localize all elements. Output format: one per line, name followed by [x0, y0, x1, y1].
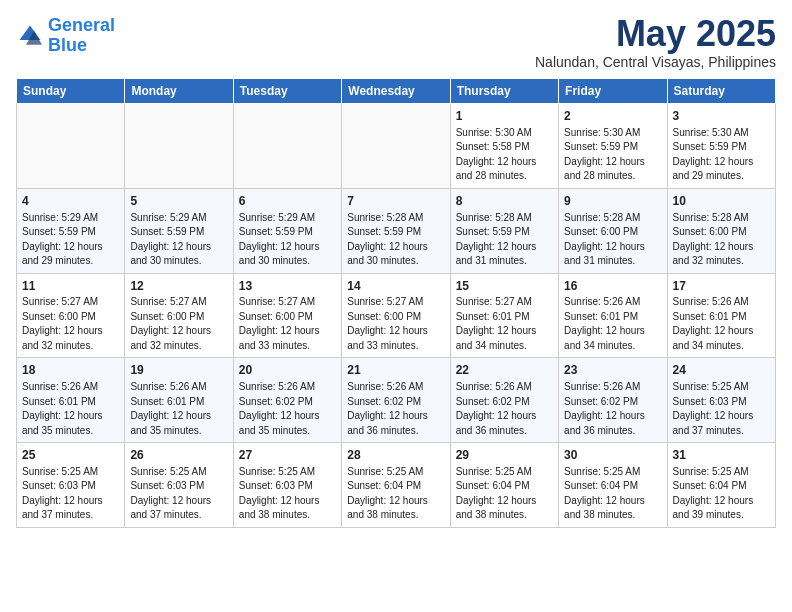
- cell-content: Sunrise: 5:27 AM Sunset: 6:00 PM Dayligh…: [347, 295, 444, 353]
- weekday-header-sunday: Sunday: [17, 79, 125, 104]
- calendar-cell: 28Sunrise: 5:25 AM Sunset: 6:04 PM Dayli…: [342, 443, 450, 528]
- logo-text: General Blue: [48, 16, 115, 56]
- calendar-cell: 7Sunrise: 5:28 AM Sunset: 5:59 PM Daylig…: [342, 188, 450, 273]
- calendar-cell: 30Sunrise: 5:25 AM Sunset: 6:04 PM Dayli…: [559, 443, 667, 528]
- day-number: 21: [347, 362, 444, 379]
- header: General Blue May 2025 Nalundan, Central …: [16, 16, 776, 70]
- cell-content: Sunrise: 5:26 AM Sunset: 6:02 PM Dayligh…: [456, 380, 553, 438]
- day-number: 13: [239, 278, 336, 295]
- day-number: 27: [239, 447, 336, 464]
- calendar-cell: 2Sunrise: 5:30 AM Sunset: 5:59 PM Daylig…: [559, 104, 667, 189]
- day-number: 18: [22, 362, 119, 379]
- calendar-cell: 17Sunrise: 5:26 AM Sunset: 6:01 PM Dayli…: [667, 273, 775, 358]
- calendar-cell: 21Sunrise: 5:26 AM Sunset: 6:02 PM Dayli…: [342, 358, 450, 443]
- weekday-header-saturday: Saturday: [667, 79, 775, 104]
- logo-line1: General: [48, 15, 115, 35]
- logo: General Blue: [16, 16, 115, 56]
- calendar-cell: 20Sunrise: 5:26 AM Sunset: 6:02 PM Dayli…: [233, 358, 341, 443]
- logo-icon: [18, 24, 42, 48]
- day-number: 10: [673, 193, 770, 210]
- calendar-cell: 3Sunrise: 5:30 AM Sunset: 5:59 PM Daylig…: [667, 104, 775, 189]
- calendar-cell: 5Sunrise: 5:29 AM Sunset: 5:59 PM Daylig…: [125, 188, 233, 273]
- calendar-cell: 25Sunrise: 5:25 AM Sunset: 6:03 PM Dayli…: [17, 443, 125, 528]
- calendar-cell: 31Sunrise: 5:25 AM Sunset: 6:04 PM Dayli…: [667, 443, 775, 528]
- weekday-header-friday: Friday: [559, 79, 667, 104]
- day-number: 6: [239, 193, 336, 210]
- logo-line2: Blue: [48, 35, 87, 55]
- calendar-cell: [342, 104, 450, 189]
- calendar-cell: 29Sunrise: 5:25 AM Sunset: 6:04 PM Dayli…: [450, 443, 558, 528]
- day-number: 8: [456, 193, 553, 210]
- cell-content: Sunrise: 5:27 AM Sunset: 6:00 PM Dayligh…: [130, 295, 227, 353]
- cell-content: Sunrise: 5:28 AM Sunset: 6:00 PM Dayligh…: [564, 211, 661, 269]
- week-row-2: 4Sunrise: 5:29 AM Sunset: 5:59 PM Daylig…: [17, 188, 776, 273]
- calendar-body: 1Sunrise: 5:30 AM Sunset: 5:58 PM Daylig…: [17, 104, 776, 528]
- weekday-header-tuesday: Tuesday: [233, 79, 341, 104]
- calendar-cell: [17, 104, 125, 189]
- cell-content: Sunrise: 5:28 AM Sunset: 6:00 PM Dayligh…: [673, 211, 770, 269]
- day-number: 2: [564, 108, 661, 125]
- cell-content: Sunrise: 5:26 AM Sunset: 6:02 PM Dayligh…: [347, 380, 444, 438]
- day-number: 16: [564, 278, 661, 295]
- calendar-cell: [125, 104, 233, 189]
- day-number: 28: [347, 447, 444, 464]
- cell-content: Sunrise: 5:26 AM Sunset: 6:02 PM Dayligh…: [239, 380, 336, 438]
- day-number: 20: [239, 362, 336, 379]
- calendar-cell: 1Sunrise: 5:30 AM Sunset: 5:58 PM Daylig…: [450, 104, 558, 189]
- cell-content: Sunrise: 5:25 AM Sunset: 6:03 PM Dayligh…: [673, 380, 770, 438]
- weekday-header-wednesday: Wednesday: [342, 79, 450, 104]
- week-row-3: 11Sunrise: 5:27 AM Sunset: 6:00 PM Dayli…: [17, 273, 776, 358]
- weekday-header-row: SundayMondayTuesdayWednesdayThursdayFrid…: [17, 79, 776, 104]
- day-number: 26: [130, 447, 227, 464]
- calendar-cell: 6Sunrise: 5:29 AM Sunset: 5:59 PM Daylig…: [233, 188, 341, 273]
- cell-content: Sunrise: 5:30 AM Sunset: 5:59 PM Dayligh…: [564, 126, 661, 184]
- cell-content: Sunrise: 5:29 AM Sunset: 5:59 PM Dayligh…: [239, 211, 336, 269]
- day-number: 15: [456, 278, 553, 295]
- day-number: 11: [22, 278, 119, 295]
- location: Nalundan, Central Visayas, Philippines: [535, 54, 776, 70]
- cell-content: Sunrise: 5:25 AM Sunset: 6:03 PM Dayligh…: [130, 465, 227, 523]
- month-year: May 2025: [535, 16, 776, 52]
- cell-content: Sunrise: 5:25 AM Sunset: 6:04 PM Dayligh…: [673, 465, 770, 523]
- calendar-cell: 11Sunrise: 5:27 AM Sunset: 6:00 PM Dayli…: [17, 273, 125, 358]
- cell-content: Sunrise: 5:30 AM Sunset: 5:59 PM Dayligh…: [673, 126, 770, 184]
- calendar-cell: 16Sunrise: 5:26 AM Sunset: 6:01 PM Dayli…: [559, 273, 667, 358]
- week-row-4: 18Sunrise: 5:26 AM Sunset: 6:01 PM Dayli…: [17, 358, 776, 443]
- title-block: May 2025 Nalundan, Central Visayas, Phil…: [535, 16, 776, 70]
- cell-content: Sunrise: 5:27 AM Sunset: 6:00 PM Dayligh…: [22, 295, 119, 353]
- cell-content: Sunrise: 5:27 AM Sunset: 6:01 PM Dayligh…: [456, 295, 553, 353]
- calendar-cell: 26Sunrise: 5:25 AM Sunset: 6:03 PM Dayli…: [125, 443, 233, 528]
- calendar: SundayMondayTuesdayWednesdayThursdayFrid…: [16, 78, 776, 528]
- cell-content: Sunrise: 5:25 AM Sunset: 6:04 PM Dayligh…: [347, 465, 444, 523]
- day-number: 17: [673, 278, 770, 295]
- calendar-cell: 23Sunrise: 5:26 AM Sunset: 6:02 PM Dayli…: [559, 358, 667, 443]
- day-number: 23: [564, 362, 661, 379]
- cell-content: Sunrise: 5:25 AM Sunset: 6:04 PM Dayligh…: [564, 465, 661, 523]
- day-number: 12: [130, 278, 227, 295]
- cell-content: Sunrise: 5:26 AM Sunset: 6:01 PM Dayligh…: [130, 380, 227, 438]
- cell-content: Sunrise: 5:29 AM Sunset: 5:59 PM Dayligh…: [22, 211, 119, 269]
- week-row-5: 25Sunrise: 5:25 AM Sunset: 6:03 PM Dayli…: [17, 443, 776, 528]
- cell-content: Sunrise: 5:27 AM Sunset: 6:00 PM Dayligh…: [239, 295, 336, 353]
- day-number: 9: [564, 193, 661, 210]
- day-number: 31: [673, 447, 770, 464]
- cell-content: Sunrise: 5:26 AM Sunset: 6:01 PM Dayligh…: [673, 295, 770, 353]
- day-number: 19: [130, 362, 227, 379]
- cell-content: Sunrise: 5:29 AM Sunset: 5:59 PM Dayligh…: [130, 211, 227, 269]
- calendar-cell: 12Sunrise: 5:27 AM Sunset: 6:00 PM Dayli…: [125, 273, 233, 358]
- cell-content: Sunrise: 5:25 AM Sunset: 6:04 PM Dayligh…: [456, 465, 553, 523]
- calendar-cell: 8Sunrise: 5:28 AM Sunset: 5:59 PM Daylig…: [450, 188, 558, 273]
- cell-content: Sunrise: 5:28 AM Sunset: 5:59 PM Dayligh…: [347, 211, 444, 269]
- day-number: 22: [456, 362, 553, 379]
- day-number: 5: [130, 193, 227, 210]
- calendar-cell: 9Sunrise: 5:28 AM Sunset: 6:00 PM Daylig…: [559, 188, 667, 273]
- day-number: 7: [347, 193, 444, 210]
- day-number: 29: [456, 447, 553, 464]
- calendar-cell: 24Sunrise: 5:25 AM Sunset: 6:03 PM Dayli…: [667, 358, 775, 443]
- cell-content: Sunrise: 5:26 AM Sunset: 6:01 PM Dayligh…: [22, 380, 119, 438]
- day-number: 14: [347, 278, 444, 295]
- calendar-cell: 19Sunrise: 5:26 AM Sunset: 6:01 PM Dayli…: [125, 358, 233, 443]
- calendar-cell: 18Sunrise: 5:26 AM Sunset: 6:01 PM Dayli…: [17, 358, 125, 443]
- day-number: 3: [673, 108, 770, 125]
- weekday-header-monday: Monday: [125, 79, 233, 104]
